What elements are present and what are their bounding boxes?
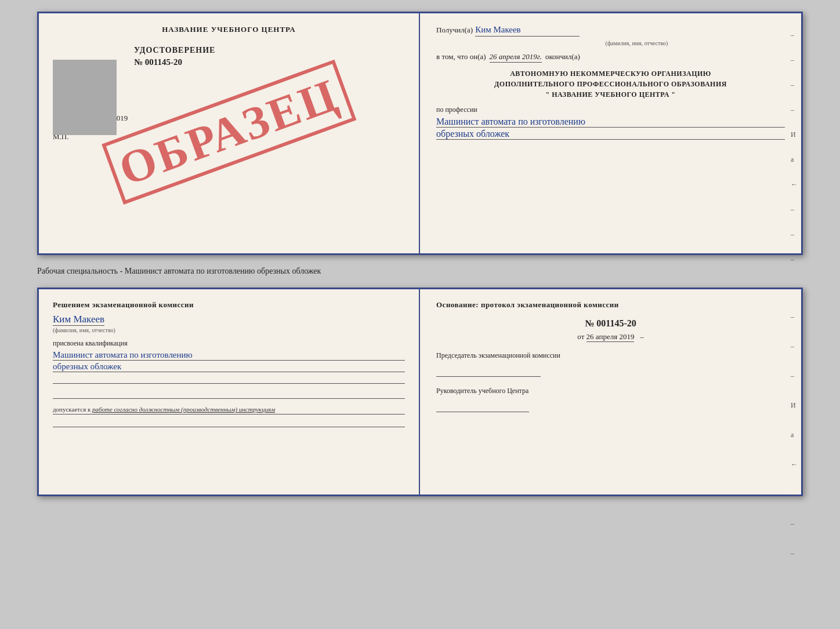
poluchil-label: Получил(а) bbox=[436, 26, 473, 35]
poluchil-sub: (фамилия, имя, отчество) bbox=[488, 40, 785, 46]
org-line3: " НАЗВАНИЕ УЧЕБНОГО ЦЕНТРА " bbox=[436, 89, 785, 100]
side-dashes: ––––Иа←––– bbox=[791, 31, 798, 264]
cert-udost-label: УДОСТОВЕРЕНИЕ bbox=[134, 46, 405, 55]
chairman-label: Председатель экзаменационной комиссии bbox=[436, 351, 785, 361]
cert-school-title: НАЗВАНИЕ УЧЕБНОГО ЦЕНТРА bbox=[53, 25, 405, 34]
certificate-document-2: Решением экзаменационной комиссии Ким Ма… bbox=[37, 288, 803, 496]
prof-value2: обрезных обложек bbox=[436, 129, 785, 140]
poluchil-name: Ким Макеев bbox=[475, 25, 580, 37]
osnov-heading: Основание: протокол экзаменационной коми… bbox=[436, 300, 785, 310]
ruk-label: Руководитель учебного Центра bbox=[436, 386, 785, 396]
ot-label: от bbox=[577, 332, 584, 341]
doc2-left-side: Решением экзаменационной комиссии Ким Ма… bbox=[39, 289, 420, 495]
prof-value1: Машинист автомата по изготовлению bbox=[436, 117, 785, 128]
side-dashes2: –––Иа←––– bbox=[791, 312, 798, 558]
doc2-right-side: Основание: протокол экзаменационной коми… bbox=[420, 289, 801, 495]
cert-number: № 001145-20 bbox=[134, 57, 405, 67]
kval-value1: Машинист автомата по изготовлению bbox=[53, 350, 405, 361]
dopusk-italic: работе согласно должностным (производств… bbox=[92, 406, 275, 413]
certificate-document-1: НАЗВАНИЕ УЧЕБНОГО ЦЕНТРА УДОСТОВЕРЕНИЕ №… bbox=[37, 12, 803, 255]
d2r-date: от 26 апреля 2019 – bbox=[436, 332, 785, 341]
prof-label: по профессии bbox=[436, 106, 785, 114]
cert-center-content: УДОСТОВЕРЕНИЕ № 001145-20 bbox=[134, 46, 405, 67]
okonchil-label: окончил(а) bbox=[545, 52, 580, 61]
annotation-text: Рабочая специальность - Машинист автомат… bbox=[37, 264, 803, 278]
ot-date: 26 апреля 2019 bbox=[586, 332, 635, 342]
d2-name-sub: (фамилия, имя, отчество) bbox=[53, 327, 405, 333]
vtom-line: в том, что он(а) 26 апреля 2019г. окончи… bbox=[436, 52, 785, 63]
ruk-sign-line bbox=[436, 399, 529, 412]
cert-left-side: НАЗВАНИЕ УЧЕБНОГО ЦЕНТРА УДОСТОВЕРЕНИЕ №… bbox=[39, 13, 420, 253]
poluchil-line: Получил(а) Ким Макеев bbox=[436, 25, 785, 37]
vtom-section: в том, что он(а) 26 апреля 2019г. окончи… bbox=[436, 52, 785, 63]
vtom-date: 26 апреля 2019г. bbox=[490, 52, 542, 63]
blank-line-1 bbox=[53, 373, 405, 384]
dopusk-prefix: допускается к bbox=[53, 406, 90, 413]
org-line2: ДОПОЛНИТЕЛЬНОГО ПРОФЕССИОНАЛЬНОГО ОБРАЗО… bbox=[436, 79, 785, 89]
vtom-label: в том, что он(а) bbox=[436, 52, 486, 61]
d2r-number: № 001145-20 bbox=[436, 318, 785, 329]
kval-value2: обрезных обложек bbox=[53, 362, 405, 372]
photo-placeholder bbox=[53, 60, 117, 135]
d2-name: Ким Макеев bbox=[53, 314, 104, 326]
chairman-sign-line bbox=[436, 364, 541, 377]
resheniem-heading: Решением экзаменационной комиссии bbox=[53, 300, 405, 310]
org-line1: АВТОНОМНУЮ НЕКОММЕРЧЕСКУЮ ОРГАНИЗАЦИЮ bbox=[436, 68, 785, 79]
dopusk-text: допускается к работе согласно должностны… bbox=[53, 406, 405, 415]
blank-line-3 bbox=[53, 417, 405, 427]
blank-line-2 bbox=[53, 388, 405, 399]
cert-right-side: Получил(а) Ким Макеев (фамилия, имя, отч… bbox=[420, 13, 801, 253]
org-block: АВТОНОМНУЮ НЕКОММЕРЧЕСКУЮ ОРГАНИЗАЦИЮ ДО… bbox=[436, 68, 785, 100]
prisvoena-label: присвоена квалификация bbox=[53, 339, 405, 348]
